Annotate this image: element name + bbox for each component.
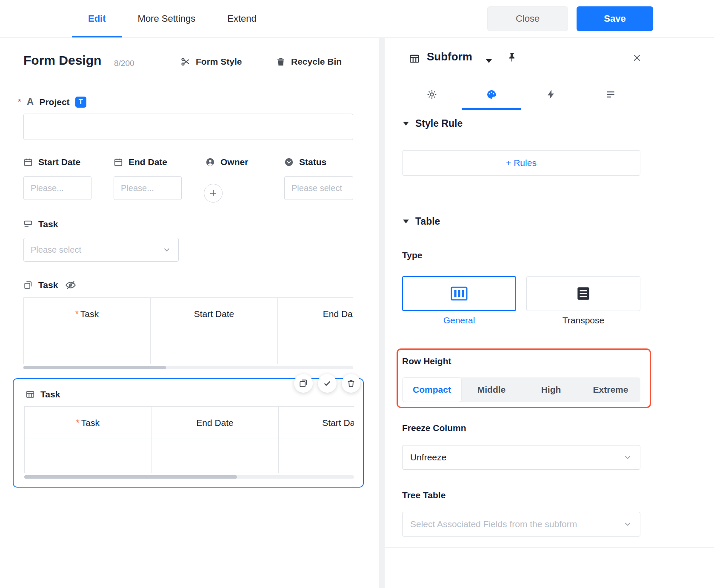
copy-button[interactable] [294, 374, 313, 393]
panel-divider [379, 38, 385, 588]
row-height-option-extreme[interactable]: Extreme [581, 377, 640, 402]
chevron-down-icon [623, 453, 632, 462]
selected-subform-card[interactable]: Task * Task End Date Start Date [13, 378, 364, 488]
close-button[interactable]: Close [487, 6, 568, 31]
panel-title: Subform [427, 50, 472, 63]
column-header-text: Task [81, 418, 100, 428]
tab-extend[interactable]: Extend [227, 0, 257, 37]
type-option-general-label[interactable]: General [402, 315, 516, 325]
field-label-text: Status [299, 157, 326, 167]
placeholder-text: Please select [31, 245, 81, 255]
row-height-option-high[interactable]: High [521, 377, 581, 402]
task-select-dropdown[interactable]: Please select [23, 238, 179, 262]
form-builder-screen: Edit More Settings Extend Close Save For… [0, 0, 714, 588]
page-title: Form Design [23, 53, 101, 68]
row-height-segmented-control: Compact Middle High Extreme [402, 377, 640, 402]
save-button[interactable]: Save [577, 6, 653, 31]
column-header-text: Start Date [194, 309, 234, 319]
subform-column-header[interactable]: * Task [25, 407, 151, 439]
add-rules-button[interactable]: + Rules [402, 150, 640, 176]
tab-style[interactable] [462, 80, 521, 109]
type-option-general[interactable] [402, 276, 516, 311]
tree-table-select[interactable]: Select Associated Fields from the subfor… [402, 512, 640, 537]
form-design-canvas: Form Design 8/200 Form Style Recycle Bin… [0, 38, 379, 588]
horizontal-scrollbar[interactable] [23, 366, 353, 369]
collapse-caret-icon [403, 220, 409, 223]
hidden-subform-table[interactable]: * Task Start Date End Date [23, 297, 353, 364]
calendar-icon [114, 157, 123, 167]
panel-bottom-divider [385, 547, 714, 548]
tab-more-settings[interactable]: More Settings [138, 0, 196, 37]
topbar: Edit More Settings Extend Close Save [0, 0, 714, 38]
tab-field-settings[interactable] [402, 80, 462, 109]
subform-column-header[interactable]: * Task [24, 298, 151, 330]
subform-column-header[interactable]: End Date [151, 407, 279, 439]
confirm-button[interactable] [318, 374, 337, 393]
row-height-option-middle[interactable]: Middle [462, 377, 521, 402]
subform-column-header[interactable]: End Date [278, 298, 353, 330]
scrollbar-thumb[interactable] [23, 366, 166, 369]
status-input[interactable]: Please select [284, 176, 353, 200]
column-header-text: End Date [323, 309, 353, 319]
end-date-input[interactable]: Please... [114, 176, 182, 200]
tab-edit[interactable]: Edit [88, 0, 106, 37]
freeze-column-select[interactable]: Unfreeze [402, 445, 640, 470]
calendar-icon [23, 157, 33, 167]
row-height-option-compact[interactable]: Compact [402, 377, 462, 402]
style-rule-section-header[interactable]: Style Rule [403, 118, 463, 129]
table-section-header[interactable]: Table [403, 216, 440, 227]
field-switcher-caret-icon[interactable] [486, 59, 492, 63]
close-panel-icon[interactable] [631, 52, 643, 63]
project-input[interactable] [23, 114, 353, 140]
subform-empty-cell [151, 439, 279, 473]
select-value: Unfreeze [410, 452, 446, 462]
scissors-icon [180, 57, 191, 67]
check-icon [323, 379, 332, 388]
selected-subform-label: Task [26, 389, 60, 400]
subform-column-header[interactable]: Start Date [279, 407, 354, 439]
end-date-field-label: End Date [114, 157, 167, 167]
trash-icon [346, 379, 356, 388]
collapse-caret-icon [403, 122, 409, 126]
recycle-bin-button[interactable]: Recycle Bin [276, 57, 342, 67]
start-date-field-label: Start Date [23, 157, 80, 167]
field-type-badge: T [75, 97, 86, 108]
subform-empty-cell [151, 330, 278, 364]
plus-icon [208, 188, 218, 198]
text-field-icon: A [27, 96, 34, 108]
type-option-transpose[interactable] [526, 276, 640, 311]
field-label-text: Start Date [38, 157, 80, 167]
panel-tabs [402, 80, 640, 109]
subform-empty-cell [25, 439, 151, 473]
row-height-label: Row Height [402, 356, 451, 366]
owner-field-label: Owner [206, 157, 248, 167]
start-date-input[interactable]: Please... [23, 176, 91, 200]
select-field-icon [23, 220, 33, 229]
delete-button[interactable] [342, 374, 360, 393]
topbar-tabs: Edit More Settings Extend [88, 0, 257, 37]
subform-column-header[interactable]: Start Date [151, 298, 278, 330]
lightning-icon [545, 89, 557, 100]
scrollbar-thumb[interactable] [24, 475, 237, 479]
tree-table-label: Tree Table [402, 490, 446, 500]
column-header-text: End Date [196, 418, 234, 428]
field-label-text: Task [38, 280, 58, 290]
pin-icon[interactable] [507, 52, 517, 62]
type-option-transpose-label[interactable]: Transpose [526, 315, 640, 325]
selected-subform-table[interactable]: * Task End Date Start Date [24, 406, 354, 473]
status-field-label: Status [284, 157, 326, 167]
subform-icon [409, 53, 420, 64]
hidden-subform-field-label: Task [23, 280, 76, 291]
field-label-text: Owner [220, 157, 248, 167]
tab-field-list[interactable] [581, 80, 640, 109]
trash-icon [276, 57, 286, 67]
recycle-bin-label: Recycle Bin [291, 57, 342, 67]
subform-empty-cell [279, 439, 354, 473]
horizontal-scrollbar[interactable] [24, 475, 354, 479]
tab-events[interactable] [521, 80, 581, 109]
form-style-button[interactable]: Form Style [180, 57, 242, 67]
section-title: Table [415, 216, 440, 227]
user-icon [206, 157, 215, 167]
subform-settings-panel: Subform [385, 38, 714, 588]
add-owner-button[interactable] [204, 184, 223, 203]
